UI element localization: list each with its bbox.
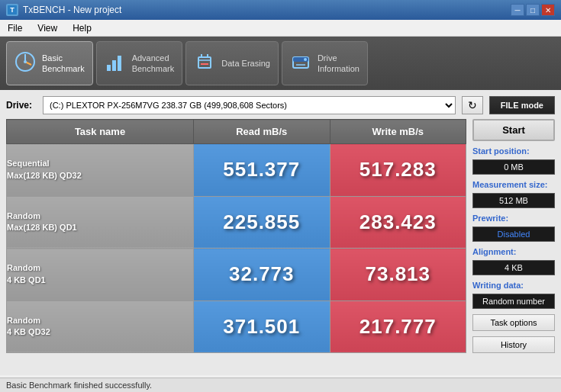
col-write: Write mB/s: [330, 120, 466, 144]
close-button[interactable]: ✕: [541, 4, 555, 16]
col-read: Read mB/s: [194, 120, 330, 144]
title-bar-left: T TxBENCH - New project: [6, 4, 121, 16]
maximize-button[interactable]: □: [526, 4, 540, 16]
file-mode-button[interactable]: FILE mode: [489, 96, 555, 114]
title-bar: T TxBENCH - New project ─ □ ✕: [0, 0, 561, 20]
tab-basic-label: BasicBenchmark: [42, 53, 85, 75]
write-value-4: 217.777: [330, 300, 466, 353]
write-value-1: 517.283: [330, 144, 466, 197]
window-controls: ─ □ ✕: [511, 4, 555, 16]
menu-help[interactable]: Help: [68, 21, 96, 35]
tab-drive-information[interactable]: DriveInformation: [282, 41, 368, 85]
menu-view[interactable]: View: [33, 21, 62, 35]
task-name-1: SequentialMax(128 KB) QD32: [7, 144, 194, 197]
table-row: RandomMax(128 KB) QD1 225.855 283.423: [7, 196, 466, 249]
drive-row: Drive: (C:) PLEXTOR PX-256M7VG 238.37 GB…: [6, 96, 555, 114]
read-value-2: 225.855: [194, 196, 330, 249]
drive-refresh-button[interactable]: ↻: [462, 96, 483, 114]
right-panel: Start Start position: 0 MB Measurement s…: [472, 119, 555, 353]
drive-label: Drive:: [6, 100, 37, 111]
task-name-4: Random4 KB QD32: [7, 300, 194, 353]
table-row: SequentialMax(128 KB) QD32 551.377 517.2…: [7, 144, 466, 197]
svg-rect-9: [198, 57, 211, 68]
start-button[interactable]: Start: [472, 119, 555, 141]
toolbar: BasicBenchmark AdvancedBenchmark Data Er…: [0, 37, 561, 90]
alignment-value: 4 KB: [472, 260, 555, 275]
window-title: TxBENCH - New project: [23, 5, 121, 15]
start-position-value: 0 MB: [472, 159, 555, 175]
svg-rect-7: [112, 60, 116, 71]
svg-rect-6: [107, 65, 111, 71]
svg-text:T: T: [10, 6, 15, 14]
basic-benchmark-icon: [15, 51, 36, 76]
read-value-4: 371.501: [194, 300, 330, 353]
prewrite-label: Prewrite:: [472, 214, 555, 223]
tab-data-erasing[interactable]: Data Erasing: [185, 41, 279, 85]
drive-information-icon: [290, 51, 311, 76]
task-name-2: RandomMax(128 KB) QD1: [7, 196, 194, 249]
status-bar: Basic Benchmark finished successfully.: [0, 378, 561, 392]
menu-file[interactable]: File: [3, 21, 27, 35]
app-icon: T: [6, 4, 18, 16]
status-text: Basic Benchmark finished successfully.: [6, 381, 152, 390]
table-row: Random4 KB QD32 371.501 217.777: [7, 300, 466, 353]
svg-rect-8: [118, 56, 121, 71]
task-options-button[interactable]: Task options: [472, 314, 555, 331]
tab-erasing-label: Data Erasing: [221, 58, 270, 69]
write-value-2: 283.423: [330, 196, 466, 249]
write-value-3: 73.813: [330, 249, 466, 301]
read-value-1: 551.377: [194, 144, 330, 197]
content-area: Drive: (C:) PLEXTOR PX-256M7VG 238.37 GB…: [0, 90, 561, 375]
read-value-3: 32.773: [194, 249, 330, 301]
measurement-size-label: Measurement size:: [472, 180, 555, 189]
minimize-button[interactable]: ─: [511, 4, 524, 16]
alignment-label: Alignment:: [472, 247, 555, 256]
svg-point-5: [24, 60, 27, 63]
tab-advanced-benchmark[interactable]: AdvancedBenchmark: [96, 41, 183, 85]
tab-drive-label: DriveInformation: [318, 53, 359, 75]
menu-bar: File View Help: [0, 20, 561, 37]
history-button[interactable]: History: [472, 336, 555, 353]
benchmark-table: Task name Read mB/s Write mB/s Sequentia…: [6, 119, 466, 353]
start-position-label: Start position:: [472, 146, 555, 156]
writing-data-value: Random number: [472, 294, 555, 309]
advanced-benchmark-icon: [105, 51, 126, 76]
task-name-3: Random4 KB QD1: [7, 249, 194, 301]
tab-basic-benchmark[interactable]: BasicBenchmark: [6, 41, 93, 85]
col-task-name: Task name: [7, 120, 194, 144]
main-area: Task name Read mB/s Write mB/s Sequentia…: [6, 119, 555, 353]
table-row: Random4 KB QD1 32.773 73.813: [7, 249, 466, 301]
prewrite-value: Disabled: [472, 227, 555, 242]
drive-select[interactable]: (C:) PLEXTOR PX-256M7VG 238.37 GB (499,9…: [43, 96, 456, 114]
data-erasing-icon: [194, 51, 215, 76]
svg-point-16: [304, 58, 307, 61]
measurement-size-value: 512 MB: [472, 193, 555, 208]
writing-data-label: Writing data:: [472, 281, 555, 290]
tab-advanced-label: AdvancedBenchmark: [132, 53, 175, 75]
